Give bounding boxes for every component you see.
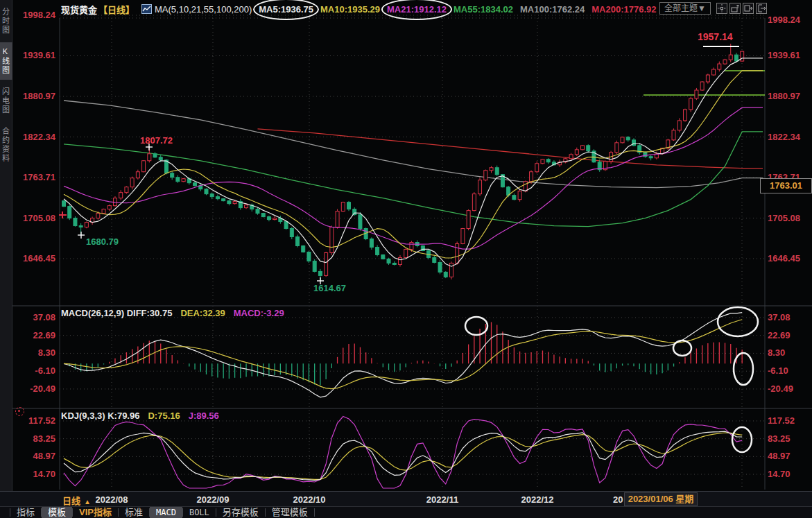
candle[interactable] bbox=[216, 195, 219, 200]
candle[interactable] bbox=[541, 159, 544, 164]
tab-模板[interactable]: 模板 bbox=[42, 507, 72, 518]
candle[interactable] bbox=[171, 172, 174, 180]
candle[interactable] bbox=[307, 251, 311, 263]
candle[interactable] bbox=[392, 261, 396, 266]
candle[interactable] bbox=[712, 67, 716, 76]
candle[interactable] bbox=[341, 202, 345, 212]
sidebar-item-time-chart[interactable]: 分时图 bbox=[0, 3, 12, 40]
candle[interactable] bbox=[130, 177, 134, 190]
candle[interactable] bbox=[347, 201, 351, 211]
candle[interactable] bbox=[205, 188, 208, 195]
candle[interactable] bbox=[302, 245, 305, 253]
candle[interactable] bbox=[438, 260, 442, 275]
candle[interactable] bbox=[626, 136, 630, 141]
candle[interactable] bbox=[518, 189, 521, 202]
candle[interactable] bbox=[210, 193, 214, 200]
candle[interactable] bbox=[296, 234, 300, 247]
candle[interactable] bbox=[91, 216, 94, 225]
candle[interactable] bbox=[153, 152, 157, 158]
candle[interactable] bbox=[706, 74, 709, 83]
candle[interactable] bbox=[456, 241, 459, 264]
candle[interactable] bbox=[603, 161, 607, 171]
candle[interactable] bbox=[415, 240, 419, 247]
kdj-settings-icon[interactable] bbox=[15, 407, 24, 416]
candle[interactable] bbox=[592, 149, 596, 163]
candle[interactable] bbox=[245, 204, 248, 209]
candle[interactable] bbox=[102, 209, 105, 214]
candle[interactable] bbox=[723, 59, 727, 65]
candle[interactable] bbox=[313, 259, 316, 273]
candle[interactable] bbox=[68, 205, 71, 220]
candle[interactable] bbox=[119, 190, 123, 200]
candle[interactable] bbox=[512, 193, 516, 200]
candle[interactable] bbox=[461, 228, 465, 245]
candle[interactable] bbox=[478, 178, 482, 196]
candle[interactable] bbox=[615, 141, 619, 154]
candle[interactable] bbox=[125, 186, 128, 193]
candle[interactable] bbox=[677, 118, 681, 132]
candle[interactable] bbox=[404, 248, 408, 259]
candle[interactable] bbox=[222, 198, 225, 202]
sidebar-item-flash-chart[interactable]: 闪电图 bbox=[0, 83, 12, 119]
candle[interactable] bbox=[398, 255, 401, 267]
candle[interactable] bbox=[261, 213, 265, 218]
chart-canvas[interactable]: 1998.241998.241939.611939.611880.971880.… bbox=[0, 0, 812, 518]
candle[interactable] bbox=[558, 159, 562, 167]
tab-MACD[interactable]: MACD bbox=[150, 507, 182, 518]
candle[interactable] bbox=[444, 271, 447, 278]
insert-pane-icon[interactable] bbox=[729, 3, 741, 14]
candle[interactable] bbox=[239, 199, 242, 210]
candle[interactable] bbox=[325, 252, 328, 277]
candle[interactable] bbox=[85, 221, 88, 228]
candle[interactable] bbox=[689, 97, 693, 112]
sidebar-item-kline-chart[interactable]: K线图 bbox=[0, 42, 12, 80]
candle[interactable] bbox=[695, 88, 698, 100]
candle[interactable] bbox=[370, 237, 373, 250]
candle[interactable] bbox=[182, 178, 185, 182]
theme-selector-button[interactable]: 全部主题▼ bbox=[659, 2, 711, 15]
candle[interactable] bbox=[564, 158, 567, 164]
candle[interactable] bbox=[273, 216, 277, 221]
candle[interactable] bbox=[632, 138, 636, 146]
candle[interactable] bbox=[490, 166, 493, 173]
candle[interactable] bbox=[472, 192, 476, 211]
candle[interactable] bbox=[142, 160, 146, 173]
candle[interactable] bbox=[741, 51, 744, 62]
candle[interactable] bbox=[330, 225, 334, 255]
candle[interactable] bbox=[581, 145, 585, 150]
candle[interactable] bbox=[666, 139, 670, 150]
candle[interactable] bbox=[176, 175, 180, 183]
exit-pane-icon[interactable] bbox=[756, 3, 767, 14]
candle[interactable] bbox=[113, 196, 116, 207]
candle[interactable] bbox=[136, 170, 139, 180]
tab-指标[interactable]: 指标 bbox=[10, 507, 41, 518]
tab-标准[interactable]: 标准 bbox=[119, 507, 149, 518]
candle[interactable] bbox=[381, 254, 385, 260]
candle[interactable] bbox=[433, 256, 436, 264]
candle[interactable] bbox=[638, 143, 641, 155]
sidebar-item-contract-info[interactable]: 合约资料 bbox=[0, 122, 12, 168]
candle[interactable] bbox=[62, 200, 66, 207]
candle[interactable] bbox=[449, 261, 453, 279]
candle[interactable] bbox=[74, 216, 77, 227]
candle[interactable] bbox=[683, 109, 686, 122]
crosshair-icon[interactable] bbox=[716, 3, 727, 14]
candle[interactable] bbox=[546, 158, 550, 164]
candle[interactable] bbox=[421, 245, 424, 252]
candle[interactable] bbox=[107, 205, 111, 211]
ma-settings-label[interactable]: MA(5,10,21,55,100,200) bbox=[155, 4, 252, 15]
candle[interactable] bbox=[643, 152, 647, 158]
candle[interactable] bbox=[700, 81, 704, 91]
candle[interactable] bbox=[267, 216, 270, 221]
candle[interactable] bbox=[290, 227, 293, 239]
candle[interactable] bbox=[376, 245, 379, 256]
candle[interactable] bbox=[718, 62, 721, 72]
candle[interactable] bbox=[495, 166, 499, 176]
candle[interactable] bbox=[359, 212, 362, 231]
candle[interactable] bbox=[672, 128, 675, 141]
candle[interactable] bbox=[387, 258, 390, 265]
candle[interactable] bbox=[227, 200, 231, 205]
candle[interactable] bbox=[598, 159, 601, 172]
interval-selector[interactable]: 日线▲ bbox=[62, 494, 91, 507]
candle[interactable] bbox=[575, 148, 578, 156]
